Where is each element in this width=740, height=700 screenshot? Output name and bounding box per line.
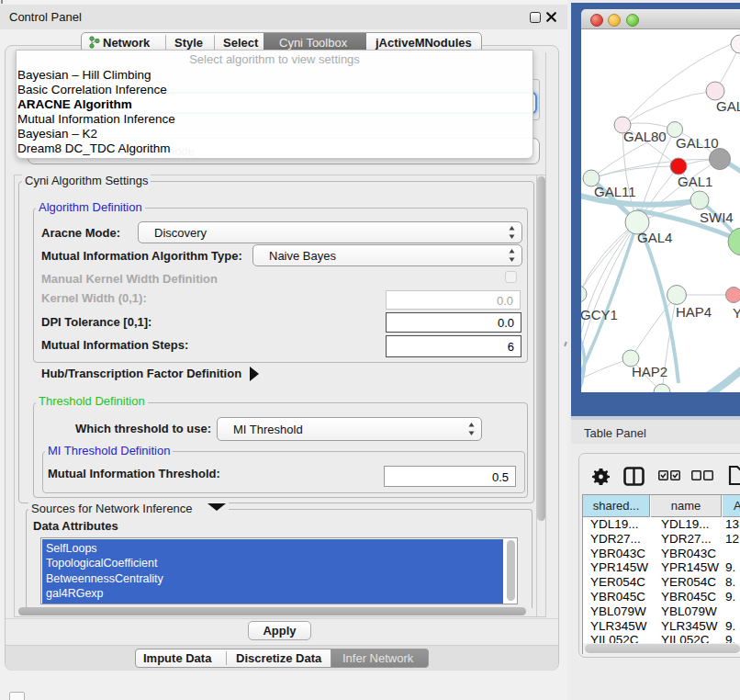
svg-text:GAL2: GAL2	[716, 98, 740, 114]
svg-text:GAL1: GAL1	[678, 174, 712, 189]
svg-text:GAL80: GAL80	[623, 129, 667, 144]
svg-text:GAL4: GAL4	[637, 230, 672, 245]
svg-text:HAP2: HAP2	[632, 364, 667, 379]
svg-text:GCY1: GCY1	[581, 307, 618, 322]
svg-text:HAP4: HAP4	[676, 304, 712, 320]
svg-text:SWI4: SWI4	[700, 209, 734, 225]
svg-text:GAL11: GAL11	[594, 184, 636, 199]
svg-text:GAL10: GAL10	[676, 135, 719, 151]
svg-text:YML...: YML...	[733, 305, 740, 321]
